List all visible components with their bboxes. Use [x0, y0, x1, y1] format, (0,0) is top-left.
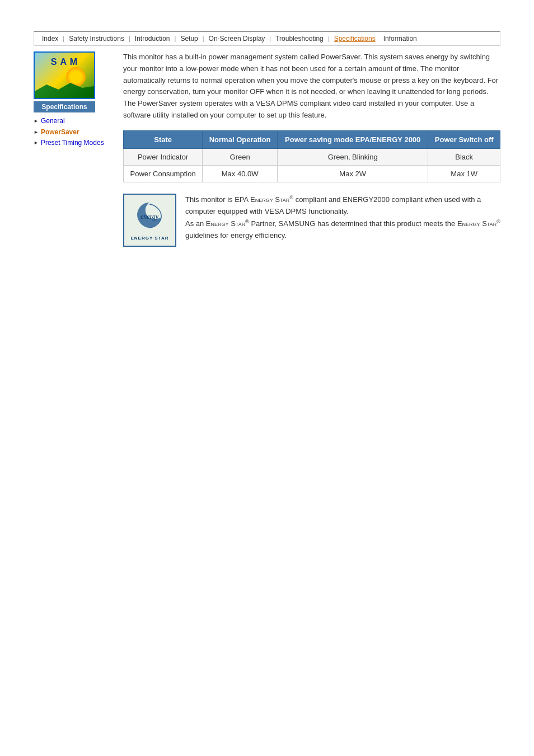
cell-consumption-off: Max 1W — [428, 165, 500, 182]
nav-sep-3: | — [175, 35, 176, 42]
content-area: This monitor has a built-in power manage… — [112, 51, 500, 247]
sidebar-link-powersaver[interactable]: PowerSaver — [41, 128, 79, 137]
sidebar-link-general[interactable]: General — [41, 117, 65, 126]
intro-paragraph: This monitor has a built-in power manage… — [123, 51, 500, 121]
logo-mountains-graphic — [35, 81, 94, 98]
main-content: S A M Specifications ► General ► PowerSa… — [34, 46, 500, 247]
sidebar-item-powersaver[interactable]: ► PowerSaver — [34, 128, 112, 137]
navigation-bar: Index | Safety Instructions | Introducti… — [34, 31, 500, 46]
nav-index[interactable]: Index — [39, 34, 62, 44]
sidebar-nav-list: ► General ► PowerSaver ► Preset Timing M… — [34, 117, 112, 148]
nav-sep-6: | — [328, 35, 330, 42]
cell-consumption-label: Power Consumption — [124, 165, 203, 182]
table-header-saving: Power saving mode EPA/ENERGY 2000 — [278, 130, 428, 148]
arrow-icon-preset: ► — [34, 140, 39, 145]
cell-indicator-normal: Green — [203, 148, 278, 165]
table-header-state: State — [124, 130, 203, 148]
sidebar-logo: S A M — [34, 51, 95, 99]
nav-sep-2: | — [129, 35, 130, 42]
logo-brand-text: S A M — [51, 57, 78, 67]
arrow-icon-general: ► — [34, 118, 39, 124]
energy-star-symbol: energy — [134, 200, 165, 233]
nav-sep-1: | — [63, 35, 64, 42]
energy-star-logo: energy ENERGY STAR — [123, 194, 176, 247]
sidebar-item-preset[interactable]: ► Preset Timing Modes — [34, 139, 112, 148]
cell-indicator-saving: Green, Blinking — [278, 148, 428, 165]
svg-text:energy: energy — [140, 213, 159, 220]
arrow-icon-powersaver: ► — [34, 129, 39, 135]
energy-text-para2: As an Energy Star® Partner, SAMSUNG has … — [185, 218, 500, 242]
nav-sep-5: | — [269, 35, 271, 42]
table-row-indicator: Power Indicator Green Green, Blinking Bl… — [124, 148, 500, 165]
nav-sep-4: | — [203, 35, 204, 42]
energy-star-label-text: ENERGY STAR — [130, 236, 168, 241]
cell-consumption-normal: Max 40.0W — [203, 165, 278, 182]
nav-specifications[interactable]: Specifications — [331, 34, 379, 44]
energy-star-brand-2: Energy Star — [206, 219, 245, 228]
table-header-normal: Normal Operation — [203, 130, 278, 148]
energy-star-brand-3: Energy Star — [457, 219, 496, 228]
energy-star-svg: energy — [134, 200, 165, 231]
energy-star-description: This monitor is EPA Energy Star® complia… — [185, 194, 500, 242]
nav-setup[interactable]: Setup — [177, 34, 201, 44]
nav-troubleshooting[interactable]: Troubleshooting — [272, 34, 327, 44]
energy-star-brand-1: Energy Star — [250, 195, 289, 204]
nav-information[interactable]: Information — [380, 34, 420, 44]
nav-introduction[interactable]: Introduction — [132, 34, 174, 44]
energy-text-para1: This monitor is EPA Energy Star® complia… — [185, 194, 500, 218]
sidebar-item-general[interactable]: ► General — [34, 117, 112, 126]
cell-indicator-label: Power Indicator — [124, 148, 203, 165]
nav-safety[interactable]: Safety Instructions — [65, 34, 128, 44]
power-table: State Normal Operation Power saving mode… — [123, 130, 500, 182]
table-header-off: Power Switch off — [428, 130, 500, 148]
nav-osd[interactable]: On-Screen Display — [205, 34, 269, 44]
energy-star-section: energy ENERGY STAR This monitor is EPA E… — [123, 194, 500, 247]
sidebar-link-preset[interactable]: Preset Timing Modes — [41, 139, 104, 148]
sidebar: S A M Specifications ► General ► PowerSa… — [34, 51, 112, 247]
sidebar-section-title: Specifications — [34, 101, 95, 112]
cell-indicator-off: Black — [428, 148, 500, 165]
table-row-consumption: Power Consumption Max 40.0W Max 2W Max 1… — [124, 165, 500, 182]
cell-consumption-saving: Max 2W — [278, 165, 428, 182]
